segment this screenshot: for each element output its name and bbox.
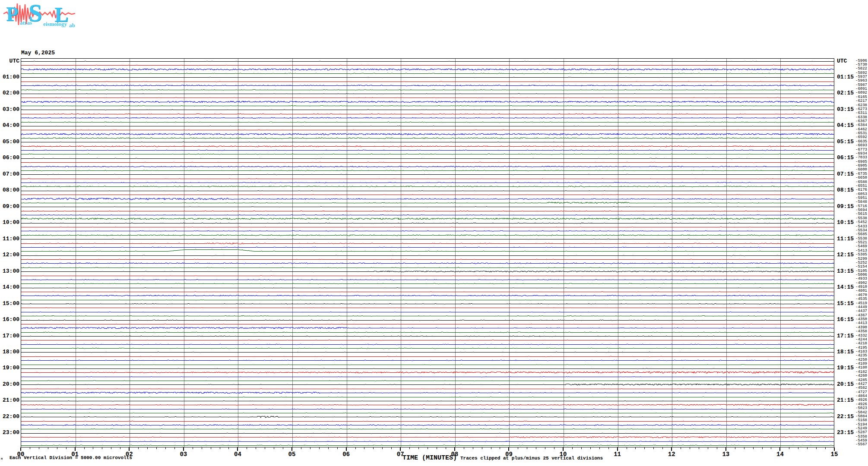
- left-hour-label: 15:00: [0, 300, 19, 307]
- utc-label-left: UTC: [0, 58, 19, 64]
- x-minor-tick: [518, 447, 518, 449]
- x-minor-tick: [554, 447, 554, 449]
- x-minor-tick: [753, 447, 754, 449]
- left-hour-label: 21:00: [0, 397, 19, 403]
- psl-logo: P atras S eismology L ab: [3, 1, 77, 28]
- x-major-tick: [671, 447, 672, 451]
- left-hour-label: 11:00: [0, 236, 19, 242]
- trace-offset-value: -5385: [848, 253, 867, 257]
- x-minor-tick: [699, 447, 699, 449]
- trace-offset-value: -5685: [848, 233, 867, 236]
- trace-offset-value: -4260: [848, 374, 867, 378]
- trace-offset-value: -5023: [848, 406, 867, 410]
- x-tick-label: 06: [339, 451, 354, 458]
- x-minor-tick: [690, 447, 690, 449]
- x-minor-tick: [57, 447, 57, 449]
- trace-offset-value: -6650: [848, 176, 867, 180]
- x-minor-tick: [382, 447, 383, 449]
- x-minor-tick: [247, 447, 247, 449]
- x-minor-tick: [84, 447, 85, 449]
- x-minor-tick: [418, 447, 419, 449]
- left-hour-label: 02:00: [0, 90, 19, 96]
- x-minor-tick: [536, 447, 536, 449]
- x-minor-tick: [310, 447, 310, 449]
- left-hour-label: 20:00: [0, 381, 19, 387]
- logo-letter-s: S: [29, 1, 42, 25]
- x-minor-tick: [120, 447, 120, 449]
- x-minor-tick: [572, 447, 573, 449]
- x-minor-tick: [635, 447, 636, 449]
- seismogram-plot-area: [21, 58, 834, 447]
- x-minor-tick: [256, 447, 256, 449]
- x-minor-tick: [762, 447, 763, 449]
- x-minor-tick: [708, 447, 708, 449]
- left-hour-label: 23:00: [0, 429, 19, 436]
- seismogram-page: P atras S eismology L ab May 6,2025 DSF …: [0, 0, 868, 466]
- x-major-tick: [75, 447, 76, 451]
- x-major-tick: [346, 447, 347, 451]
- x-minor-tick: [220, 447, 220, 449]
- seismogram-traces-canvas: [21, 59, 834, 447]
- x-major-tick: [183, 447, 184, 451]
- x-minor-tick: [662, 447, 663, 449]
- x-tick-label: 05: [284, 451, 300, 458]
- x-tick-label: 14: [772, 451, 788, 458]
- x-minor-tick: [30, 447, 30, 449]
- x-major-tick: [563, 447, 564, 451]
- x-minor-tick: [581, 447, 582, 449]
- trace-offset-value: -5168: [848, 419, 867, 422]
- x-minor-tick: [464, 447, 464, 449]
- x-major-tick: [400, 447, 401, 451]
- x-minor-tick: [409, 447, 410, 449]
- x-minor-tick: [816, 447, 817, 449]
- x-minor-tick: [527, 447, 527, 449]
- x-major-tick: [725, 447, 726, 451]
- header-date: May 6,2025: [21, 50, 65, 56]
- trace-offset-value: -4437: [848, 309, 867, 313]
- x-minor-tick: [165, 447, 166, 449]
- x-tick-label: 11: [610, 451, 625, 458]
- x-minor-tick: [48, 447, 48, 449]
- left-hour-label: 22:00: [0, 413, 19, 420]
- x-minor-tick: [735, 447, 735, 449]
- left-hour-label: 01:00: [0, 74, 19, 80]
- x-minor-tick: [328, 447, 329, 449]
- x-minor-tick: [319, 447, 320, 449]
- trace-offset-value: -5822: [848, 67, 867, 71]
- x-minor-tick: [202, 447, 202, 449]
- x-minor-tick: [627, 447, 627, 449]
- x-minor-tick: [355, 447, 356, 449]
- x-minor-tick: [138, 447, 139, 449]
- x-minor-tick: [283, 447, 283, 449]
- x-minor-tick: [102, 447, 102, 449]
- corner-mark: M: [1, 457, 3, 461]
- trace-offset-value: -6693: [848, 144, 867, 148]
- left-hour-label: 03:00: [0, 106, 19, 113]
- x-minor-tick: [274, 447, 274, 449]
- x-tick-label: 04: [230, 451, 245, 458]
- left-hour-label: 10:00: [0, 219, 19, 226]
- left-hour-label: 07:00: [0, 171, 19, 177]
- x-minor-tick: [337, 447, 338, 449]
- left-hour-label: 14:00: [0, 284, 19, 290]
- trace-offset-value: -6217: [848, 99, 867, 103]
- x-minor-tick: [428, 447, 428, 449]
- x-minor-tick: [373, 447, 374, 449]
- x-minor-tick: [798, 447, 798, 449]
- x-major-tick: [454, 447, 455, 451]
- x-minor-tick: [446, 447, 446, 449]
- left-hour-label: 18:00: [0, 349, 19, 355]
- x-tick-label: 13: [718, 451, 734, 458]
- left-hour-label: 09:00: [0, 203, 19, 210]
- x-minor-tick: [825, 447, 826, 449]
- x-major-tick: [291, 447, 292, 451]
- trace-offset-value: -4235: [848, 354, 867, 358]
- x-major-tick: [20, 447, 21, 451]
- x-tick-label: 03: [176, 451, 191, 458]
- x-minor-tick: [39, 447, 39, 449]
- x-minor-tick: [364, 447, 364, 449]
- x-minor-tick: [590, 447, 591, 449]
- logo-word-ab: ab: [69, 22, 75, 28]
- x-tick-label: 15: [827, 451, 842, 458]
- x-minor-tick: [599, 447, 600, 449]
